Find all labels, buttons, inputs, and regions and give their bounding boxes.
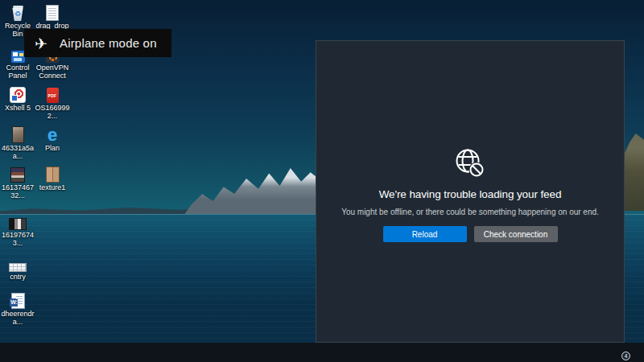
desktop-icon-label: 46331a5aa...: [0, 144, 35, 160]
internet-explorer-icon: e: [35, 125, 70, 143]
desktop-icon-label: 161976743...: [0, 231, 35, 247]
desktop-icon-label: 1613746732...: [0, 183, 35, 200]
desktop-icon-label: dheerendra...: [0, 310, 35, 326]
image-thumbnail-icon: [0, 165, 35, 183]
airplane-mode-osd: ✈ Airplane mode on: [24, 29, 171, 57]
feed-error-title: We're having trouble loading your feed: [379, 188, 562, 200]
pdf-icon: PDF: [35, 85, 70, 103]
word-document-icon: W: [0, 291, 35, 309]
desktop-icon-image-2[interactable]: 1613746732...: [0, 165, 35, 200]
image-thumbnail-icon: [35, 165, 70, 183]
news-feed-panel: We're having trouble loading your feed Y…: [316, 40, 625, 343]
desktop-icon-word-doc[interactable]: W dheerendra...: [0, 291, 35, 326]
taskbar: [0, 343, 644, 362]
xshell-icon: [0, 85, 35, 103]
desktop-icon-label: OpenVPN Connect: [35, 64, 70, 80]
check-connection-button[interactable]: Check connection: [474, 226, 558, 242]
desktop-icon-label: OS1669992...: [35, 104, 70, 120]
globe-blocked-icon: [452, 146, 488, 181]
osd-label: Airplane mode on: [60, 36, 157, 50]
notification-badge: 4: [621, 352, 630, 360]
desktop-icon-pdf-file[interactable]: PDF OS1669992...: [35, 85, 70, 120]
reload-button[interactable]: Reload: [383, 226, 467, 242]
desktop-icon-label: texture1: [35, 183, 70, 191]
desktop-icon-plan[interactable]: e Plan: [35, 125, 70, 152]
image-thumbnail-icon: [0, 125, 35, 143]
windows-desktop: ♻ Recycle Bin drag_drop Control Panel Op…: [0, 0, 644, 362]
airplane-icon: ✈: [35, 35, 47, 52]
feed-error-subtitle: You might be offline, or there could be …: [341, 208, 599, 216]
desktop-icon-label: cntry: [0, 273, 35, 281]
desktop-icon-cntry[interactable]: cntry: [0, 254, 35, 281]
desktop-icon-image-3[interactable]: 161976743...: [0, 212, 35, 247]
recycle-bin-icon: ♻: [0, 3, 35, 21]
desktop-icon-drag-drop[interactable]: drag_drop: [35, 3, 70, 30]
desktop-icon-texture1[interactable]: texture1: [35, 165, 70, 191]
desktop-icon-image-1[interactable]: 46331a5aa...: [0, 125, 35, 160]
desktop-icon-label: Xshell 5: [0, 104, 35, 112]
image-thumbnail-icon: [0, 212, 35, 230]
text-document-icon: [35, 3, 70, 21]
spreadsheet-icon: [0, 254, 35, 272]
desktop-icon-xshell[interactable]: Xshell 5: [0, 85, 35, 112]
desktop-icon-label: Control Panel: [0, 64, 35, 80]
desktop-icon-label: Plan: [35, 144, 70, 152]
